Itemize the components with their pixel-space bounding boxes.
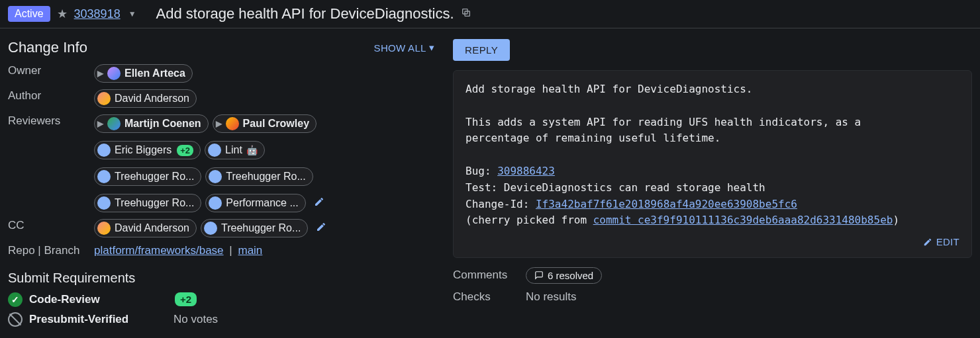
reviewer-name: Treehugger Ro... [226,171,305,183]
reviewer-chip[interactable]: ▶ Paul Crowley [213,114,317,133]
reviewer-name: Treehugger Ro... [115,197,194,209]
changeid-link[interactable]: If3a42baf7f61e2018968af4a920ee63908be5fc… [536,198,797,210]
block-icon [8,312,23,327]
avatar [97,92,111,105]
commit-message: Add storage health API for DeviceDiagnos… [453,70,972,258]
copy-icon[interactable] [461,7,471,21]
repo-branch-label: Repo | Branch [8,244,94,257]
reviewers-label: Reviewers [8,114,94,128]
reviewer-name: Paul Crowley [243,118,309,130]
cc-name: Treehugger Ro... [221,222,301,234]
attention-icon: ▶ [97,69,103,78]
reviewer-chip[interactable]: Treehugger Ro... [205,167,313,186]
chevron-down-icon: ▾ [429,42,434,54]
comment-icon [534,271,544,280]
edit-commit-message[interactable]: EDIT [923,234,959,249]
reviewer-name: Lint [225,144,242,156]
status-badge: Active [8,6,50,22]
author-label: Author [8,89,94,103]
change-number-link[interactable]: 3038918 [74,7,121,21]
owner-label: Owner [8,64,94,77]
topbar: Active ★ 3038918 ▼ Add storage health AP… [0,0,980,28]
reviewer-chip[interactable]: Treehugger Ro... [94,194,201,212]
avatar [226,117,239,130]
owner-name: Ellen Arteca [124,67,185,79]
author-name: David Anderson [115,93,189,105]
comments-label: Comments [453,269,526,282]
avatar [107,67,121,80]
reviewer-chip[interactable]: Performance ... [205,194,305,212]
chevron-down-icon[interactable]: ▼ [128,9,136,19]
requirement-name: Code-Review [29,293,100,306]
checks-value: No results [526,290,972,304]
avatar [107,117,121,130]
checks-label: Checks [453,290,526,304]
cc-label: CC [8,219,94,232]
attention-icon: ▶ [97,119,103,128]
reviewer-name: Martijn Coenen [124,118,201,130]
submit-requirements-heading: Submit Requirements [8,271,437,286]
reviewer-chip[interactable]: ▶ Martijn Coenen [94,114,209,133]
avatar [208,144,221,157]
avatar [209,196,222,210]
attention-icon: ▶ [216,119,222,128]
reviewer-chip[interactable]: Lint 🤖 [205,141,265,159]
avatar [97,170,111,183]
bug-link[interactable]: 309886423 [497,165,555,177]
check-icon: ✓ [8,292,23,307]
commit-body: This adds a system API for reading UFS h… [466,116,861,145]
reviewers-list: ▶ Martijn Coenen ▶ Paul Crowley Eric Big… [94,114,437,212]
repo-link[interactable]: platform/frameworks/base [94,244,224,257]
comments-resolved-chip[interactable]: 6 resolved [526,267,602,284]
avatar [204,222,217,235]
vote-badge: +2 [177,145,193,156]
cherry-pick-link[interactable]: commit ce3f9f910111136c39deb6aaa82d63314… [593,214,893,226]
reviewer-chip[interactable]: Treehugger Ro... [94,167,201,186]
reviewer-chip[interactable]: Eric Biggers +2 [94,141,201,159]
branch-link[interactable]: main [238,244,262,257]
avatar [209,170,222,183]
avatar [97,196,111,210]
avatar [97,222,111,235]
edit-reviewers-icon[interactable] [314,196,324,210]
cc-list: David Anderson Treehugger Ro... [94,219,437,237]
commit-subject: Add storage health API for DeviceDiagnos… [466,83,752,95]
change-info-heading: Change Info [8,39,87,56]
requirement-name: Presubmit-Verified [29,313,128,326]
edit-cc-icon[interactable] [316,222,326,235]
cc-chip[interactable]: Treehugger Ro... [201,219,308,237]
no-votes-text: No votes [173,313,437,326]
reply-button[interactable]: REPLY [453,39,510,61]
vote-badge: +2 [175,292,197,306]
avatar [97,144,111,157]
change-title: Add storage health API for DeviceDiagnos… [156,5,454,22]
owner-chip[interactable]: ▶ Ellen Arteca [94,64,193,83]
author-chip[interactable]: David Anderson [94,89,197,108]
robot-icon: 🤖 [246,145,258,155]
cc-chip[interactable]: David Anderson [94,219,197,237]
cc-name: David Anderson [115,222,189,234]
show-all-button[interactable]: SHOW ALL ▾ [374,42,434,54]
reviewer-name: Treehugger Ro... [115,171,194,183]
star-icon[interactable]: ★ [57,7,68,21]
reviewer-name: Performance ... [226,197,298,209]
reviewer-name: Eric Biggers [115,144,172,156]
